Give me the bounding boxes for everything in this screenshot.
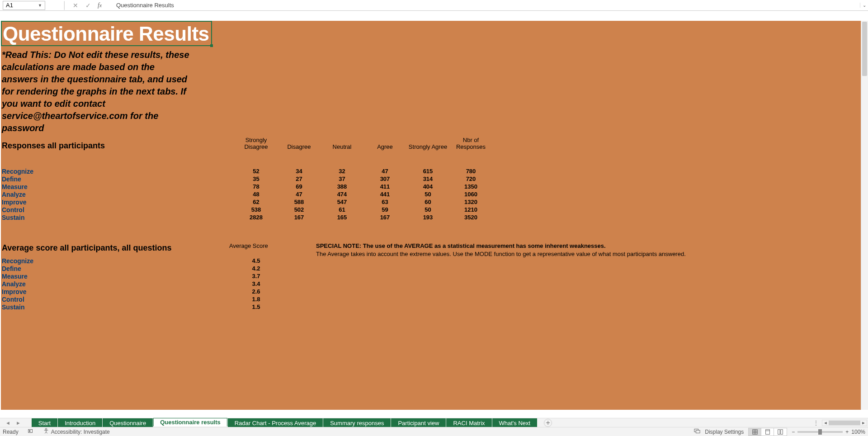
cancel-formula-icon[interactable]: ✕ bbox=[71, 1, 80, 9]
table-row: Measure78693884114041350 bbox=[2, 183, 492, 190]
status-bar: Ready Accessibility: Investigate Display… bbox=[0, 427, 868, 436]
sheet-tab-strip: ◄ ► StartIntroductionQuestionnaireQuesti… bbox=[0, 418, 868, 427]
table-row: Analyze4847474441501060 bbox=[2, 190, 492, 198]
data-cell: 1210 bbox=[449, 206, 492, 213]
data-cell: 1320 bbox=[449, 198, 492, 206]
sheet-tab[interactable]: Summary responses bbox=[323, 418, 391, 427]
cell-a1-selection[interactable]: Questionnaire Results bbox=[1, 21, 212, 46]
sheet-tab[interactable]: Introduction bbox=[58, 418, 102, 427]
display-settings-label[interactable]: Display Settings bbox=[705, 429, 744, 435]
data-cell: 167 bbox=[278, 213, 321, 221]
confirm-formula-icon[interactable]: ✓ bbox=[84, 1, 92, 9]
data-cell: 4.5 bbox=[235, 257, 278, 265]
data-cell: 441 bbox=[363, 190, 406, 198]
sheet-tab[interactable]: Questionnaire results bbox=[153, 418, 227, 427]
data-cell: 588 bbox=[278, 198, 321, 206]
horizontal-scrollbar-thumb[interactable] bbox=[829, 421, 860, 425]
svg-rect-13 bbox=[781, 429, 783, 434]
data-cell: 547 bbox=[321, 198, 363, 206]
zoom-control: − + 100% bbox=[792, 429, 865, 435]
status-accessibility[interactable]: Accessibility: Investigate bbox=[51, 429, 110, 435]
data-cell: 314 bbox=[406, 175, 449, 183]
data-cell: 3.4 bbox=[235, 280, 278, 288]
data-cell: 50 bbox=[406, 206, 449, 213]
special-note-sub: The Average takes into account the extre… bbox=[316, 251, 686, 257]
data-cell: 47 bbox=[278, 190, 321, 198]
zoom-out-button[interactable]: − bbox=[792, 429, 795, 435]
col-header: Disagree bbox=[278, 143, 321, 150]
row-label: Improve bbox=[2, 198, 235, 206]
table-row: Improve6258854763601320 bbox=[2, 198, 492, 206]
row-label: Define bbox=[2, 175, 235, 183]
data-cell: 538 bbox=[235, 206, 278, 213]
view-switcher bbox=[748, 428, 787, 436]
sheet-tab[interactable]: Questionnaire bbox=[103, 418, 153, 427]
data-cell: 615 bbox=[406, 167, 449, 175]
worksheet-canvas[interactable]: Questionnaire Results *Read This: Do Not… bbox=[1, 21, 861, 410]
data-cell: 411 bbox=[363, 183, 406, 190]
row-label: Control bbox=[2, 206, 235, 213]
svg-rect-1 bbox=[29, 430, 30, 432]
formula-expand-icon[interactable]: ⌄ bbox=[860, 3, 868, 8]
sheet-tab[interactable]: What's Next bbox=[492, 418, 538, 427]
data-cell: 193 bbox=[406, 213, 449, 221]
tab-nav-next-icon[interactable]: ► bbox=[16, 420, 21, 426]
data-cell: 780 bbox=[449, 167, 492, 175]
zoom-in-button[interactable]: + bbox=[845, 429, 849, 435]
table-row: Control1.8 bbox=[2, 295, 278, 303]
sheet-tab[interactable]: Start bbox=[32, 418, 57, 427]
accessibility-icon[interactable] bbox=[43, 428, 49, 436]
row-label: Improve bbox=[2, 288, 235, 295]
name-box-value: A1 bbox=[6, 2, 13, 9]
status-ready: Ready bbox=[3, 429, 19, 435]
svg-point-2 bbox=[45, 428, 47, 430]
vertical-scrollbar-thumb[interactable] bbox=[862, 22, 867, 76]
data-cell: 69 bbox=[278, 183, 321, 190]
view-page-layout-button[interactable] bbox=[761, 428, 774, 436]
data-cell: 50 bbox=[406, 190, 449, 198]
formula-input[interactable]: Questionnaire Results bbox=[116, 2, 860, 9]
table-row: Analyze3.4 bbox=[2, 280, 278, 288]
name-box[interactable]: A1 ▼ bbox=[3, 1, 45, 10]
zoom-level[interactable]: 100% bbox=[851, 429, 865, 435]
name-box-dropdown-icon[interactable]: ▼ bbox=[38, 3, 42, 8]
view-page-break-button[interactable] bbox=[774, 428, 787, 436]
read-this-note: *Read This: Do Not edit these results, t… bbox=[2, 48, 192, 134]
row-label: Sustain bbox=[2, 213, 235, 221]
hscroll-right-icon[interactable]: ► bbox=[860, 421, 867, 425]
sheet-tab[interactable]: Participant view bbox=[391, 418, 446, 427]
macro-record-icon[interactable] bbox=[28, 428, 34, 436]
table-row: Improve2.6 bbox=[2, 288, 278, 295]
table-row: Recognize52343247615780 bbox=[2, 167, 492, 175]
responses-table: StronglyDisagree Disagree Neutral Agree … bbox=[2, 137, 492, 221]
table-row: Recognize4.5 bbox=[2, 257, 278, 265]
sheet-tab[interactable]: Radar Chart - Process Average bbox=[228, 418, 323, 427]
fx-icon[interactable]: fx bbox=[98, 2, 102, 9]
sheet-tab[interactable]: RACI Matrix bbox=[446, 418, 491, 427]
add-sheet-button[interactable]: + bbox=[544, 419, 552, 427]
data-cell: 60 bbox=[406, 198, 449, 206]
view-normal-button[interactable] bbox=[749, 428, 761, 436]
row-label: Recognize bbox=[2, 167, 235, 175]
zoom-slider[interactable] bbox=[797, 431, 843, 433]
row-label: Recognize bbox=[2, 257, 235, 265]
svg-rect-12 bbox=[778, 429, 780, 434]
horizontal-scrollbar[interactable]: ◄ ► bbox=[822, 420, 867, 426]
row-label: Measure bbox=[2, 183, 235, 190]
row-label: Control bbox=[2, 295, 235, 303]
hscroll-left-icon[interactable]: ◄ bbox=[822, 421, 829, 425]
display-settings-icon[interactable] bbox=[694, 428, 700, 436]
row-label: Analyze bbox=[2, 280, 235, 288]
table-row: Sustain1.5 bbox=[2, 303, 278, 311]
row-label: Sustain bbox=[2, 303, 235, 311]
data-cell: 37 bbox=[321, 175, 363, 183]
row-label: Define bbox=[2, 265, 235, 272]
tab-strip-options-icon[interactable]: ⋮ bbox=[810, 419, 822, 427]
vertical-scrollbar[interactable] bbox=[861, 21, 868, 410]
tab-nav-prev-icon[interactable]: ◄ bbox=[5, 420, 10, 426]
selection-fill-handle[interactable] bbox=[210, 44, 213, 47]
data-cell: 388 bbox=[321, 183, 363, 190]
formula-bar: A1 ▼ │ ✕ ✓ fx Questionnaire Results ⌄ bbox=[0, 0, 868, 11]
data-cell: 307 bbox=[363, 175, 406, 183]
data-cell: 27 bbox=[278, 175, 321, 183]
